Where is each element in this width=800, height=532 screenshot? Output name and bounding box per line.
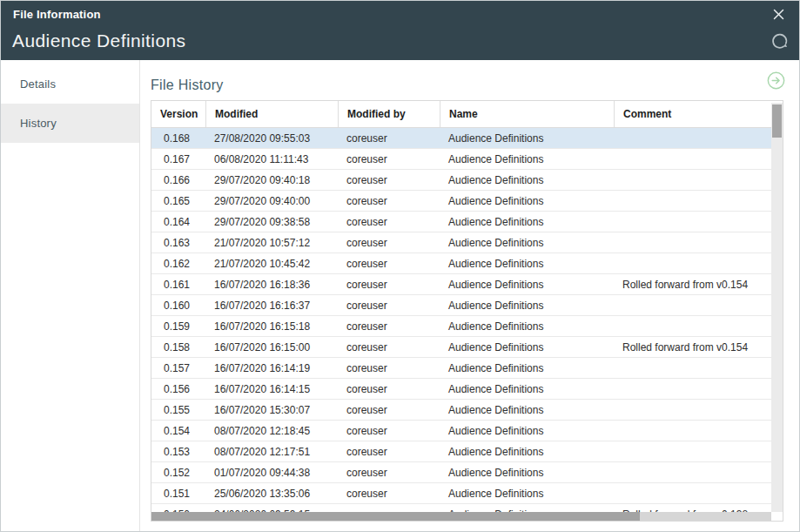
cell-modified-by: coreuser <box>338 467 440 479</box>
file-title: Audience Definitions <box>12 30 770 51</box>
table-row[interactable]: 0.151 25/06/2020 13:35:06 coreuser Audie… <box>151 483 783 504</box>
cell-modified: 25/06/2020 13:35:06 <box>205 488 338 500</box>
cell-modified: 21/07/2020 10:45:42 <box>205 258 338 270</box>
cell-version: 0.167 <box>151 153 205 165</box>
column-header-modified-by[interactable]: Modified by <box>338 101 440 127</box>
cell-modified-by: coreuser <box>338 279 440 291</box>
export-button[interactable] <box>767 71 785 90</box>
table-row[interactable]: 0.159 16/07/2020 16:15:18 coreuser Audie… <box>151 316 783 337</box>
vertical-scrollbar[interactable] <box>771 103 783 512</box>
horizontal-scrollbar[interactable] <box>151 512 771 521</box>
cell-modified-by: coreuser <box>338 153 440 165</box>
column-header-comment[interactable]: Comment <box>614 101 771 127</box>
cell-modified: 16/07/2020 16:14:19 <box>205 362 338 374</box>
table-row[interactable]: 0.165 29/07/2020 09:40:00 coreuser Audie… <box>151 191 783 212</box>
cell-version: 0.163 <box>151 237 205 249</box>
table-row[interactable]: 0.167 06/08/2020 11:11:43 coreuser Audie… <box>151 149 783 170</box>
table-row[interactable]: 0.153 08/07/2020 12:17:51 coreuser Audie… <box>151 441 783 462</box>
vertical-scrollbar-thumb[interactable] <box>772 104 782 138</box>
dialog-titlebar: File Information <box>1 1 799 25</box>
file-information-dialog: File Information Audience Definitions <box>0 0 800 532</box>
cell-version: 0.159 <box>151 320 205 333</box>
sidebar-item-label: Details <box>20 77 56 91</box>
cell-name: Audience Definitions <box>440 279 614 291</box>
cell-modified-by: coreuser <box>338 174 440 186</box>
table-row[interactable]: 0.160 16/07/2020 16:16:37 coreuser Audie… <box>151 295 783 316</box>
table-row[interactable]: 0.156 16/07/2020 16:14:15 coreuser Audie… <box>151 379 783 400</box>
refresh-icon <box>771 32 790 51</box>
table-row[interactable]: 0.152 01/07/2020 09:44:38 coreuser Audie… <box>151 462 783 483</box>
cell-modified-by: coreuser <box>338 425 440 437</box>
cell-version: 0.155 <box>151 404 205 416</box>
cell-version: 0.166 <box>151 174 205 186</box>
cell-name: Audience Definitions <box>440 446 614 458</box>
cell-modified: 06/08/2020 11:11:43 <box>205 153 338 165</box>
table-row[interactable]: 0.161 16/07/2020 16:18:36 coreuser Audie… <box>151 274 783 295</box>
cell-name: Audience Definitions <box>440 488 614 500</box>
cell-version: 0.153 <box>151 446 205 458</box>
cell-modified: 16/07/2020 16:14:15 <box>205 383 338 395</box>
table-header-row: Version Modified Modified by Name Commen… <box>151 101 783 128</box>
cell-name: Audience Definitions <box>440 132 614 145</box>
cell-modified-by: coreuser <box>338 300 440 312</box>
cell-version: 0.160 <box>151 300 205 312</box>
cell-name: Audience Definitions <box>440 153 614 165</box>
table-row[interactable]: 0.163 21/07/2020 10:57:12 coreuser Audie… <box>151 232 783 253</box>
table-row[interactable]: 0.162 21/07/2020 10:45:42 coreuser Audie… <box>151 253 783 274</box>
cell-version: 0.152 <box>151 467 205 479</box>
table-row[interactable]: 0.168 27/08/2020 09:55:03 coreuser Audie… <box>151 128 783 149</box>
horizontal-scrollbar-thumb[interactable] <box>151 512 640 521</box>
file-history-table: Version Modified Modified by Name Commen… <box>151 100 783 522</box>
table-row[interactable]: 0.155 16/07/2020 15:30:07 coreuser Audie… <box>151 400 783 421</box>
cell-modified: 08/07/2020 12:18:45 <box>205 425 338 437</box>
sidebar-item-label: History <box>20 117 57 130</box>
cell-version: 0.154 <box>151 425 205 437</box>
cell-name: Audience Definitions <box>440 195 614 207</box>
cell-version: 0.164 <box>151 216 205 228</box>
table-row[interactable]: 0.157 16/07/2020 16:14:19 coreuser Audie… <box>151 358 783 379</box>
table-body: 0.168 27/08/2020 09:55:03 coreuser Audie… <box>151 128 783 512</box>
cell-modified: 29/07/2020 09:40:00 <box>205 195 338 207</box>
column-header-name[interactable]: Name <box>440 101 614 127</box>
cell-modified: 21/07/2020 10:57:12 <box>205 237 338 249</box>
cell-version: 0.162 <box>151 258 205 270</box>
table-row[interactable]: 0.154 08/07/2020 12:18:45 coreuser Audie… <box>151 421 783 441</box>
cell-modified-by: coreuser <box>338 404 440 416</box>
dialog-body: Details History File History Version <box>1 60 799 531</box>
cell-modified: 16/07/2020 16:18:36 <box>205 279 338 291</box>
column-header-modified[interactable]: Modified <box>205 101 338 127</box>
table-row[interactable]: 0.166 29/07/2020 09:40:18 coreuser Audie… <box>151 170 783 191</box>
dialog-subtitlebar: Audience Definitions <box>1 25 799 60</box>
refresh-button[interactable] <box>770 30 790 51</box>
sidebar-item-details[interactable]: Details <box>1 64 139 104</box>
close-button[interactable] <box>770 5 787 23</box>
sidebar-item-history[interactable]: History <box>1 104 139 143</box>
cell-version: 0.151 <box>151 488 205 500</box>
cell-name: Audience Definitions <box>440 174 614 186</box>
cell-name: Audience Definitions <box>440 320 614 333</box>
cell-modified-by: coreuser <box>338 132 440 145</box>
table-row[interactable]: 0.164 29/07/2020 09:38:58 coreuser Audie… <box>151 212 783 232</box>
cell-modified: 16/07/2020 16:15:18 <box>205 320 338 333</box>
main-content: File History Version Modified Modified b… <box>140 60 799 531</box>
column-header-version[interactable]: Version <box>151 101 205 127</box>
table-row[interactable]: 0.150 24/06/2020 09:59:15 coreuser Audie… <box>151 504 783 512</box>
cell-name: Audience Definitions <box>440 467 614 479</box>
cell-name: Audience Definitions <box>440 216 614 228</box>
cell-modified: 01/07/2020 09:44:38 <box>205 467 338 479</box>
cell-modified: 29/07/2020 09:38:58 <box>205 216 338 228</box>
cell-modified-by: coreuser <box>338 216 440 228</box>
circle-arrow-right-icon <box>767 71 785 90</box>
cell-name: Audience Definitions <box>440 237 614 249</box>
cell-name: Audience Definitions <box>440 258 614 270</box>
cell-modified-by: coreuser <box>338 237 440 249</box>
cell-name: Audience Definitions <box>440 341 614 354</box>
cell-version: 0.156 <box>151 383 205 395</box>
cell-name: Audience Definitions <box>440 362 614 374</box>
dialog-header: File Information Audience Definitions <box>1 1 799 60</box>
cell-modified: 16/07/2020 16:16:37 <box>205 300 338 312</box>
table-row[interactable]: 0.158 16/07/2020 16:15:00 coreuser Audie… <box>151 337 783 358</box>
cell-modified-by: coreuser <box>338 362 440 374</box>
cell-modified-by: coreuser <box>338 195 440 207</box>
cell-name: Audience Definitions <box>440 300 614 312</box>
